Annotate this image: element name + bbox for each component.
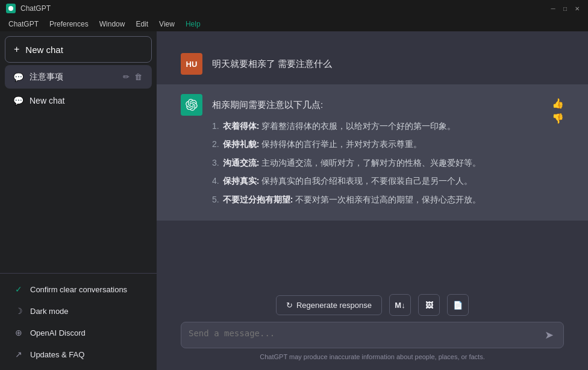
menu-view[interactable]: View (154, 19, 180, 30)
list-content-2: 保持得体的言行举止，并对对方表示尊重。 (261, 139, 422, 149)
title-bar-left: ChatGPT (6, 4, 51, 13)
close-button[interactable]: ✕ (572, 4, 582, 13)
list-num-3: 3. (212, 156, 219, 169)
discord-icon: ⊕ (13, 328, 24, 337)
user-message-content: 明天就要相亲了 需要注意什么 (212, 53, 564, 71)
menu-chatgpt[interactable]: ChatGPT (4, 19, 43, 30)
image-icon: 🖼 (425, 301, 433, 310)
chat-history-item-0[interactable]: 💬 注意事项 ✏ 🗑 (5, 65, 152, 89)
sidebar-bottom: ✓ Confirm clear conversations ☽ Dark mod… (0, 273, 157, 370)
discord-label: OpenAI Discord (30, 328, 86, 337)
chat-item-actions: ✏ 🗑 (122, 71, 143, 83)
thumbs-up-button[interactable]: 👍 (552, 98, 564, 109)
confirm-clear-label: Confirm clear conversations (30, 285, 127, 294)
menu-bar: ChatGPT Preferences Window Edit View Hel… (0, 17, 588, 31)
gpt-list: 1. 衣着得体: 穿着整洁得体的衣服，以给对方一个好的第一印象。 2. 保持礼貌… (212, 119, 542, 206)
updates-faq-label: Updates & FAQ (30, 350, 84, 359)
external-link-icon: ↗ (13, 350, 24, 359)
main-content: HU 明天就要相亲了 需要注意什么 相亲期间需要注意以下几点: 1. 衣着得体:… (157, 31, 588, 370)
list-item: 2. 保持礼貌: 保持得体的言行举止，并对对方表示尊重。 (212, 137, 542, 151)
list-item: 3. 沟通交流: 主动沟通交流，倾听对方，了解对方的性格、兴趣爱好等。 (212, 156, 542, 169)
discord-button[interactable]: ⊕ OpenAI Discord (5, 322, 152, 343)
list-bold-4: 保持真实: (223, 176, 260, 186)
disclaimer-text: ChatGPT may produce inaccurate informati… (181, 353, 564, 360)
input-area: ↻ Regenerate response M↓ 🖼 📄 ➤ ChatGPT m… (157, 287, 588, 370)
chat-input[interactable] (189, 328, 542, 343)
list-item: 5. 不要过分抱有期望: 不要对第一次相亲有过高的期望，保持心态开放。 (212, 193, 542, 206)
sidebar-top: + New chat 💬 注意事项 ✏ 🗑 💬 New chat (0, 31, 157, 273)
title-bar: ChatGPT ─ □ ✕ (0, 0, 588, 17)
list-num-1: 1. (212, 119, 219, 133)
regen-icon: ↻ (286, 301, 293, 310)
list-num-5: 5. (212, 193, 219, 206)
list-text-4: 保持真实: 保持真实的自我介绍和表现，不要假装自己是另一个人。 (223, 174, 473, 187)
list-text-3: 沟通交流: 主动沟通交流，倾听对方，了解对方的性格、兴趣爱好等。 (223, 156, 481, 169)
list-item: 4. 保持真实: 保持真实的自我介绍和表现，不要假装自己是另一个人。 (212, 174, 542, 187)
user-avatar: HU (181, 53, 202, 75)
user-message: HU 明天就要相亲了 需要注意什么 (157, 43, 588, 84)
list-text-1: 衣着得体: 穿着整洁得体的衣服，以给对方一个好的第一印象。 (223, 119, 456, 133)
dark-mode-button[interactable]: ☽ Dark mode (5, 300, 152, 322)
gpt-intro: 相亲期间需要注意以下几点: (212, 98, 542, 112)
dark-mode-label: Dark mode (30, 307, 69, 316)
list-text-5: 不要过分抱有期望: 不要对第一次相亲有过高的期望，保持心态开放。 (223, 193, 481, 206)
chat-item-label-1: New chat (30, 96, 143, 105)
list-num-4: 4. (212, 174, 219, 187)
chat-history-item-1[interactable]: 💬 New chat (5, 90, 152, 111)
menu-preferences[interactable]: Preferences (45, 19, 93, 30)
image-button[interactable]: 🖼 (418, 294, 440, 316)
list-content-5: 不要对第一次相亲有过高的期望，保持心态开放。 (295, 195, 481, 204)
chat-bubble-icon: 💬 (13, 72, 23, 82)
list-content-1: 穿着整洁得体的衣服，以给对方一个好的第一印象。 (261, 121, 455, 131)
app-title: ChatGPT (20, 4, 51, 13)
message-actions: 👍 👎 (552, 94, 564, 124)
document-button[interactable]: 📄 (447, 294, 469, 316)
delete-chat-button[interactable]: 🗑 (133, 71, 143, 83)
app-icon (6, 4, 16, 13)
list-content-4: 保持真实的自我介绍和表现，不要假装自己是另一个人。 (261, 176, 472, 186)
list-num-2: 2. (212, 137, 219, 151)
regenerate-button[interactable]: ↻ Regenerate response (276, 295, 382, 315)
assistant-message: 相亲期间需要注意以下几点: 1. 衣着得体: 穿着整洁得体的衣服，以给对方一个好… (157, 84, 588, 221)
list-bold-1: 衣着得体: (223, 121, 260, 131)
edit-chat-button[interactable]: ✏ (122, 71, 131, 83)
list-bold-3: 沟通交流: (223, 158, 260, 168)
list-text-2: 保持礼貌: 保持得体的言行举止，并对对方表示尊重。 (223, 137, 422, 151)
menu-help[interactable]: Help (181, 19, 205, 30)
assistant-message-content: 相亲期间需要注意以下几点: 1. 衣着得体: 穿着整洁得体的衣服，以给对方一个好… (212, 94, 542, 211)
chat-area: HU 明天就要相亲了 需要注意什么 相亲期间需要注意以下几点: 1. 衣着得体:… (157, 31, 588, 287)
new-chat-label-top: New chat (25, 45, 63, 55)
plus-icon: + (14, 44, 19, 55)
thumbs-down-button[interactable]: 👎 (552, 113, 564, 124)
chat-bubble-icon-2: 💬 (13, 96, 23, 105)
list-bold-5: 不要过分抱有期望: (223, 195, 293, 204)
list-content-3: 主动沟通交流，倾听对方，了解对方的性格、兴趣爱好等。 (261, 158, 481, 168)
list-bold-2: 保持礼貌: (223, 139, 260, 149)
window-controls: ─ □ ✕ (548, 4, 582, 13)
gpt-avatar (181, 94, 202, 116)
regen-bar: ↻ Regenerate response M↓ 🖼 📄 (181, 294, 564, 316)
menu-edit[interactable]: Edit (131, 19, 153, 30)
text-input-wrapper: ➤ (181, 322, 564, 348)
app-body: + New chat 💬 注意事项 ✏ 🗑 💬 New chat ✓ (0, 31, 588, 370)
markdown-button[interactable]: M↓ (389, 294, 411, 316)
confirm-clear-button[interactable]: ✓ Confirm clear conversations (5, 278, 152, 300)
maximize-button[interactable]: □ (560, 4, 570, 13)
moon-icon: ☽ (13, 306, 24, 316)
svg-point-0 (8, 6, 13, 11)
chat-item-label-0: 注意事项 (30, 72, 116, 83)
regen-label: Regenerate response (296, 301, 372, 310)
document-icon: 📄 (453, 301, 463, 310)
menu-window[interactable]: Window (95, 19, 130, 30)
user-message-text: 明天就要相亲了 需要注意什么 (212, 58, 332, 69)
list-item: 1. 衣着得体: 穿着整洁得体的衣服，以给对方一个好的第一印象。 (212, 119, 542, 133)
new-chat-button-top[interactable]: + New chat (5, 36, 152, 63)
check-icon: ✓ (13, 284, 24, 294)
updates-faq-button[interactable]: ↗ Updates & FAQ (5, 343, 152, 365)
markdown-icon: M↓ (395, 301, 405, 310)
send-button[interactable]: ➤ (542, 327, 556, 343)
minimize-button[interactable]: ─ (548, 4, 558, 13)
sidebar: + New chat 💬 注意事项 ✏ 🗑 💬 New chat ✓ (0, 31, 157, 370)
